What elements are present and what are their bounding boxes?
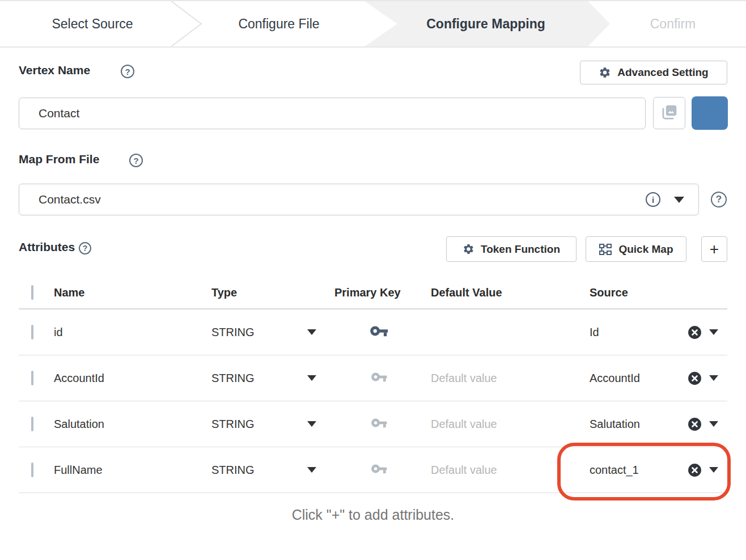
gear-icon xyxy=(599,66,611,79)
default-value-field[interactable]: Default value xyxy=(431,372,585,385)
source-value[interactable]: Salutation xyxy=(590,418,640,431)
primary-key-icon[interactable] xyxy=(371,371,388,385)
table-header-row: Name Type Primary Key Default Value Sour… xyxy=(19,277,727,309)
attributes-table: Name Type Primary Key Default Value Sour… xyxy=(19,277,727,493)
row-checkbox[interactable] xyxy=(31,371,33,385)
token-function-button[interactable]: Token Function xyxy=(446,236,577,262)
attribute-type: STRING xyxy=(211,326,255,339)
step-confirm: Confirm xyxy=(650,16,696,32)
type-dropdown-caret-icon[interactable] xyxy=(307,329,316,335)
primary-key-icon[interactable] xyxy=(370,325,389,340)
attributes-label: Attributes xyxy=(19,240,75,254)
attribute-type: STRING xyxy=(211,418,255,431)
choose-image-button[interactable] xyxy=(653,97,685,129)
source-dropdown-caret-icon[interactable] xyxy=(709,375,718,381)
stepper: Select Source Configure File Configure M… xyxy=(0,0,746,48)
step-configure-file[interactable]: Configure File xyxy=(238,16,319,32)
attribute-type: STRING xyxy=(211,372,255,385)
default-value-field[interactable]: Default value xyxy=(431,418,585,431)
selected-file-name: Contact.csv xyxy=(19,193,101,206)
advanced-setting-label: Advanced Setting xyxy=(617,66,708,79)
clear-source-icon[interactable] xyxy=(688,463,702,477)
map-from-file-help-icon[interactable]: ? xyxy=(129,154,143,167)
gear-icon xyxy=(463,243,474,255)
clear-source-icon[interactable] xyxy=(688,325,702,340)
source-value[interactable]: Id xyxy=(590,326,599,339)
vertex-name-help-icon[interactable]: ? xyxy=(121,65,134,78)
table-row: Salutation STRING Default value Salutati… xyxy=(19,401,727,447)
image-icon xyxy=(660,103,679,123)
column-header-primary-key: Primary Key xyxy=(334,286,431,299)
vertex-color-swatch-button[interactable] xyxy=(692,96,728,130)
column-header-type: Type xyxy=(211,286,334,299)
quick-map-icon xyxy=(599,243,612,256)
chevron-down-icon[interactable] xyxy=(674,197,684,203)
configure-mapping-page: Select Source Configure File Configure M… xyxy=(0,0,746,560)
row-checkbox[interactable] xyxy=(31,463,33,477)
file-help-icon[interactable]: ? xyxy=(711,192,727,207)
clear-source-icon[interactable] xyxy=(688,371,702,385)
type-dropdown-caret-icon[interactable] xyxy=(307,375,316,381)
attribute-name: AccountId xyxy=(54,372,211,385)
attribute-name: FullName xyxy=(54,464,211,477)
column-header-name: Name xyxy=(54,286,211,299)
source-dropdown-caret-icon[interactable] xyxy=(709,467,718,473)
source-value[interactable]: contact_1 xyxy=(590,464,639,477)
add-attributes-hint: Click "+" to add attributes. xyxy=(19,507,727,523)
add-attribute-button[interactable]: + xyxy=(701,236,727,262)
quick-map-button[interactable]: Quick Map xyxy=(586,236,686,262)
advanced-setting-button[interactable]: Advanced Setting xyxy=(580,61,727,84)
token-function-label: Token Function xyxy=(481,243,560,256)
select-all-checkbox[interactable] xyxy=(31,285,33,300)
file-info-icon[interactable]: i xyxy=(646,192,660,207)
row-checkbox[interactable] xyxy=(31,417,33,431)
table-row: id STRING Id xyxy=(19,309,727,355)
vertex-name-input[interactable] xyxy=(19,97,646,129)
source-value[interactable]: AccountId xyxy=(590,372,640,385)
map-from-file-label: Map From File xyxy=(19,152,99,166)
step-select-source[interactable]: Select Source xyxy=(52,16,133,32)
primary-key-icon[interactable] xyxy=(371,417,388,431)
vertex-name-label: Vertex Name xyxy=(19,63,90,77)
primary-key-icon[interactable] xyxy=(371,463,388,477)
default-value-field[interactable]: Default value xyxy=(431,464,585,477)
step-separator-chevron xyxy=(170,1,203,46)
source-dropdown-caret-icon[interactable] xyxy=(709,421,718,427)
quick-map-label: Quick Map xyxy=(618,243,673,256)
row-checkbox[interactable] xyxy=(31,325,33,340)
type-dropdown-caret-icon[interactable] xyxy=(307,467,316,473)
column-header-default-value: Default Value xyxy=(431,286,585,299)
attributes-help-icon[interactable]: ? xyxy=(79,242,91,254)
column-header-source: Source xyxy=(585,286,727,299)
attribute-name: Salutation xyxy=(54,418,211,431)
table-row: FullName STRING Default value contact_1 xyxy=(19,447,727,493)
clear-source-icon[interactable] xyxy=(688,417,702,431)
attribute-name: id xyxy=(54,326,211,339)
table-row: AccountId STRING Default value AccountId xyxy=(19,355,727,401)
attribute-type: STRING xyxy=(211,464,255,477)
step-configure-mapping[interactable]: Configure Mapping xyxy=(426,16,545,32)
source-dropdown-caret-icon[interactable] xyxy=(709,329,718,335)
file-select-dropdown[interactable]: Contact.csv i xyxy=(19,184,699,215)
type-dropdown-caret-icon[interactable] xyxy=(307,421,316,427)
